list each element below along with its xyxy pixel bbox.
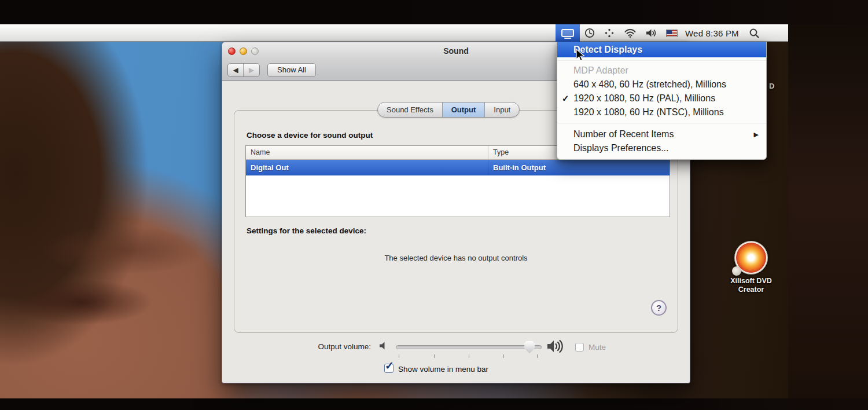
menu-item-1920x1080-60hz[interactable]: 1920 x 1080, 60 Hz (NTSC), Millions <box>557 105 766 119</box>
dots-icon <box>604 28 615 38</box>
help-button[interactable]: ? <box>651 300 667 316</box>
dvd-label-line2: Creator <box>718 285 785 294</box>
spotlight-search-icon <box>749 28 760 39</box>
mute-checkbox[interactable] <box>575 343 584 352</box>
menu-item-detect-displays[interactable]: Detect Displays <box>557 42 766 57</box>
show-all-button[interactable]: Show All <box>267 63 316 77</box>
menu-separator <box>557 123 766 123</box>
screen-bezel-dark-area <box>788 24 868 398</box>
displays-menu-extra[interactable] <box>556 24 580 42</box>
hidden-desktop-icon-label: D <box>769 82 774 90</box>
checkmark-icon: ✓ <box>385 359 394 372</box>
close-button[interactable] <box>228 47 236 55</box>
menu-clock[interactable]: Wed 8:36 PM <box>682 24 745 42</box>
slider-ticks <box>396 354 542 358</box>
menu-item-1920x1080-50hz[interactable]: ✓ 1920 x 1080, 50 Hz (PAL), Millions <box>557 91 766 105</box>
xilisoft-dvd-creator-icon[interactable] <box>732 241 770 276</box>
dvd-label-line1: Xilisoft DVD <box>718 277 785 285</box>
menu-item-mdp-adapter: MDP Adapter <box>557 64 766 78</box>
tab-output[interactable]: Output <box>443 103 486 117</box>
device-name-cell: Digital Out <box>251 163 289 172</box>
mouse-cursor <box>576 49 586 63</box>
us-flag-icon <box>666 30 678 37</box>
submenu-arrow-icon: ▶ <box>754 127 759 141</box>
tick-mark <box>503 354 504 358</box>
xilisoft-dvd-creator-label: Xilisoft DVD Creator <box>718 277 785 294</box>
menu-bar: Wed 8:36 PM <box>0 24 788 42</box>
tick-mark <box>434 354 435 358</box>
volume-menu-extra[interactable] <box>641 24 662 42</box>
menu-clock-text: Wed 8:36 PM <box>682 28 745 38</box>
output-volume-label: Output volume: <box>292 342 371 351</box>
wifi-menu-extra[interactable] <box>619 24 641 42</box>
time-machine-menu-extra[interactable] <box>580 24 599 42</box>
table-row-selected[interactable]: Digital Out Built-in Output <box>246 160 670 175</box>
forward-button[interactable]: ▶ <box>244 64 259 76</box>
menu-item-displays-preferences[interactable]: Displays Preferences... <box>557 141 766 155</box>
tab-sound-effects[interactable]: Sound Effects <box>378 103 443 117</box>
display-icon <box>561 29 574 37</box>
wifi-icon <box>624 28 637 38</box>
show-volume-label: Show volume in menu bar <box>398 365 488 374</box>
displays-dropdown-menu: Detect Displays MDP Adapter 640 x 480, 6… <box>557 42 767 160</box>
choose-device-label: Choose a device for sound output <box>247 131 373 140</box>
time-machine-icon <box>584 27 595 39</box>
tick-mark <box>399 354 399 358</box>
show-volume-checkbox[interactable]: ✓ <box>384 364 393 373</box>
speaker-icon <box>645 28 658 38</box>
window-controls <box>228 47 259 55</box>
menu-item-640x480[interactable]: 640 x 480, 60 Hz (stretched), Millions <box>557 78 766 91</box>
menu-item-label: Number of Recent Items <box>573 129 674 139</box>
settings-label: Settings for the selected device: <box>247 226 366 235</box>
tick-mark <box>537 354 538 358</box>
menu-item-label: 1920 x 1080, 50 Hz (PAL), Millions <box>573 93 715 103</box>
minimize-button[interactable] <box>240 47 247 55</box>
no-output-controls-message: The selected device has no output contro… <box>234 254 678 262</box>
back-button[interactable]: ◀ <box>228 64 244 76</box>
volume-high-icon <box>546 338 565 354</box>
mute-label: Mute <box>589 343 606 352</box>
device-type-cell: Built-in Output <box>493 163 546 172</box>
spaces-menu-extra[interactable] <box>599 24 619 42</box>
output-volume-slider[interactable] <box>396 345 542 349</box>
menu-extras: Wed 8:36 PM <box>556 24 764 42</box>
tab-input[interactable]: Input <box>485 103 519 117</box>
zoom-button[interactable] <box>251 47 259 55</box>
row-column-divider <box>488 160 488 175</box>
dvd-disc-icon <box>734 241 768 274</box>
checkmark-icon: ✓ <box>562 91 569 105</box>
column-header-type[interactable]: Type <box>493 148 509 156</box>
spotlight-menu-extra[interactable] <box>745 24 764 42</box>
menu-separator <box>557 57 766 64</box>
column-divider[interactable] <box>488 146 488 159</box>
menu-item-recent-items[interactable]: Number of Recent Items ▶ <box>557 127 766 141</box>
tick-mark <box>469 354 469 358</box>
sound-tabs: Sound Effects Output Input <box>377 102 520 118</box>
slider-thumb[interactable] <box>524 341 535 353</box>
nav-buttons: ◀ ▶ <box>227 63 260 77</box>
input-language-menu-extra[interactable] <box>662 24 682 42</box>
column-header-name[interactable]: Name <box>251 148 270 156</box>
volume-low-icon <box>377 341 390 351</box>
